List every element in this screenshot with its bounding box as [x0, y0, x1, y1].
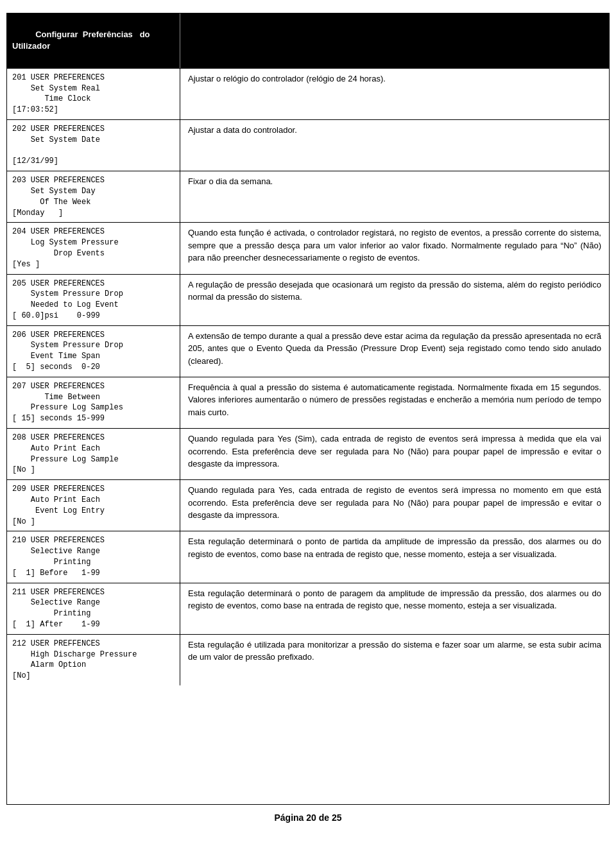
row-206: 206 USER PREFERENCES System Pressure Dro… — [7, 326, 609, 377]
footer-text: Página 20 de 25 — [274, 812, 341, 823]
row-201-left: 201 USER PREFERENCES Set System Real Tim… — [7, 69, 180, 119]
row-204: 204 USER PREFERENCES Log System Pressure… — [7, 223, 609, 274]
row-205-right: A regulação de pressão desejada que ocas… — [180, 275, 609, 325]
page-container: Configurar Preferências do Utilizador 20… — [0, 0, 616, 851]
row-202-left: 202 USER PREFERENCES Set System Date [12… — [7, 120, 180, 171]
row-207-right: Frequência à qual a pressão do sistema é… — [180, 377, 609, 428]
row-206-right: A extensão de tempo durante a qual a pre… — [180, 326, 609, 377]
row-212-right: Esta regulação é utilizada para monitori… — [180, 635, 609, 685]
header-row: Configurar Preferências do Utilizador — [7, 13, 609, 69]
row-210: 210 USER PREFERENCES Selective Range Pri… — [7, 531, 609, 583]
row-205: 205 USER PREFERENCES System Pressure Dro… — [7, 275, 609, 326]
row-212: 212 USER PREFFENCES High Discharge Press… — [7, 635, 609, 685]
row-203-left: 203 USER PREFERENCES Set System Day Of T… — [7, 171, 180, 222]
row-207-left: 207 USER PREFERENCES Time Between Pressu… — [7, 377, 180, 428]
row-203-right: Fixar o dia da semana. — [180, 171, 609, 222]
row-207: 207 USER PREFERENCES Time Between Pressu… — [7, 377, 609, 429]
row-208-right: Quando regulada para Yes (Sim), cada ent… — [180, 429, 609, 479]
row-204-right: Quando esta função é activada, o control… — [180, 223, 609, 273]
row-209: 209 USER PREFERENCES Auto Print Each Eve… — [7, 480, 609, 531]
row-202: 202 USER PREFERENCES Set System Date [12… — [7, 120, 609, 171]
row-201-right: Ajustar o relógio do controlador (relógi… — [180, 69, 609, 119]
row-203: 203 USER PREFERENCES Set System Day Of T… — [7, 171, 609, 223]
row-204-left: 204 USER PREFERENCES Log System Pressure… — [7, 223, 180, 273]
header-right — [180, 13, 609, 68]
row-201: 201 USER PREFERENCES Set System Real Tim… — [7, 69, 609, 120]
header-left-label: Configurar Preferências do Utilizador — [12, 30, 150, 51]
row-212-left: 212 USER PREFFENCES High Discharge Press… — [7, 635, 180, 685]
row-208-left: 208 USER PREFERENCES Auto Print Each Pre… — [7, 429, 180, 479]
header-left: Configurar Preferências do Utilizador — [7, 13, 180, 68]
row-202-right: Ajustar a data do controlador. — [180, 120, 609, 171]
row-210-left: 210 USER PREFERENCES Selective Range Pri… — [7, 531, 180, 582]
row-206-left: 206 USER PREFERENCES System Pressure Dro… — [7, 326, 180, 377]
rows-wrapper: Configurar Preferências do Utilizador 20… — [7, 13, 609, 804]
main-table: Configurar Preferências do Utilizador 20… — [6, 13, 610, 805]
row-209-left: 209 USER PREFERENCES Auto Print Each Eve… — [7, 480, 180, 531]
row-208: 208 USER PREFERENCES Auto Print Each Pre… — [7, 429, 609, 480]
row-209-right: Quando regulada para Yes, cada entrada d… — [180, 480, 609, 531]
row-211-right: Esta regulação determinará o ponto de pa… — [180, 583, 609, 634]
row-205-left: 205 USER PREFERENCES System Pressure Dro… — [7, 275, 180, 325]
row-211-left: 211 USER PREFERENCES Selective Range Pri… — [7, 583, 180, 634]
row-211: 211 USER PREFERENCES Selective Range Pri… — [7, 583, 609, 635]
row-210-right: Esta regulação determinará o ponto de pa… — [180, 531, 609, 582]
page-footer: Página 20 de 25 — [6, 805, 610, 825]
